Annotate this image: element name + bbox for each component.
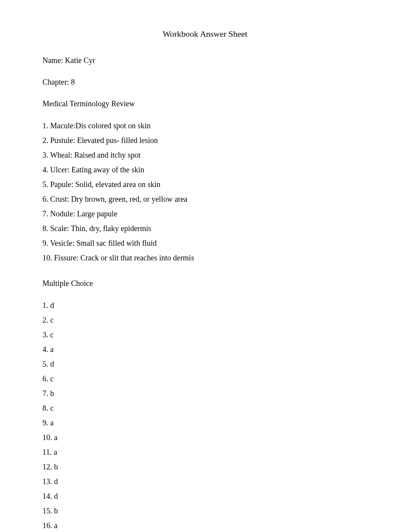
mc-item: 3. c — [42, 329, 368, 340]
terminology-item: 3. Wheal: Raised and itchy spot — [42, 150, 368, 161]
mc-item: 8. c — [42, 403, 368, 414]
mc-item: 2. c — [42, 314, 368, 326]
mc-item: 5. d — [42, 359, 368, 370]
terminology-item: 5. Papule: Solid, elevated area on skin — [42, 179, 368, 190]
mc-item: 15. b — [42, 505, 368, 517]
mc-item: 13. d — [42, 476, 368, 487]
chapter-line: Chapter: 8 — [42, 76, 368, 88]
mc-item: 10. a — [42, 432, 368, 443]
terminology-item: 10. Fissure: Crack or slit that reaches … — [42, 252, 368, 263]
mc-item: 14. d — [42, 491, 368, 502]
terminology-item: 8. Scale: Thin, dry, flaky epidermis — [42, 223, 368, 234]
terminology-item: 9. Vesicle: Small sac filled with fluid — [42, 238, 368, 249]
mc-item: 16. a — [42, 520, 368, 531]
mc-item: 11. a — [42, 447, 368, 458]
multiple-choice-heading: Multiple Choice — [42, 278, 368, 289]
mc-item: 4. a — [42, 344, 368, 355]
terminology-item: 7. Nodule: Large papule — [42, 208, 368, 219]
terminology-item: 6. Crust: Dry brown, green, red, or yell… — [42, 194, 368, 205]
terminology-item: 2. Pustule: Elevated pus- filled lesion — [42, 135, 368, 146]
name-line: Name: Katie Cyr — [42, 55, 368, 66]
mc-item: 6. c — [42, 373, 368, 384]
terminology-item: 1. Macule:Dis colored spot on skin — [42, 120, 368, 131]
mc-item: 12. b — [42, 461, 368, 473]
page-title: Workbook Answer Sheet — [42, 28, 368, 40]
terminology-item: 4. Ulcer: Eating away of the skin — [42, 164, 368, 175]
mc-item: 1. d — [42, 300, 368, 311]
mc-item: 9. a — [42, 417, 368, 428]
terminology-heading: Medical Terminology Review — [42, 98, 368, 109]
mc-item: 7. b — [42, 388, 368, 399]
